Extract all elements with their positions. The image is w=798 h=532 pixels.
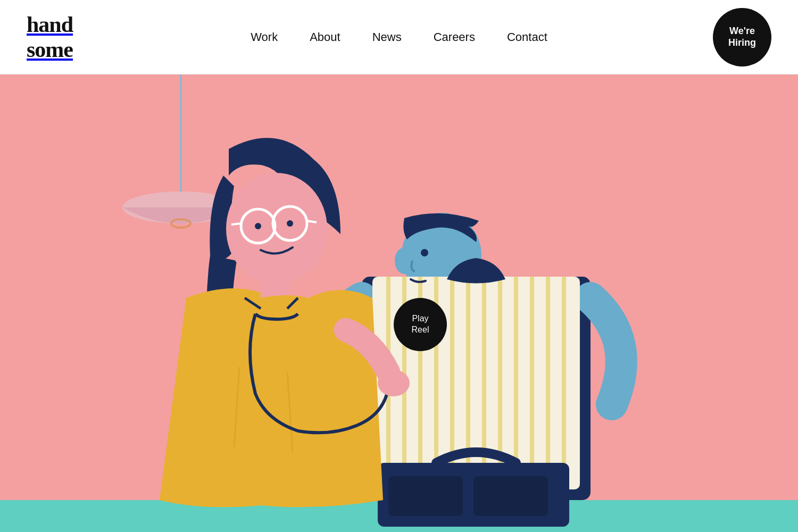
logo-text: handsome (27, 12, 73, 61)
hero-section: PlayReel (0, 74, 798, 532)
svg-rect-22 (388, 476, 463, 516)
svg-line-27 (273, 223, 275, 225)
nav-careers[interactable]: Careers (434, 30, 475, 44)
svg-rect-32 (261, 271, 290, 298)
play-reel-label: PlayReel (412, 313, 429, 336)
svg-line-28 (231, 223, 241, 225)
nav-contact[interactable]: Contact (507, 30, 547, 44)
svg-rect-23 (473, 476, 548, 516)
we-are-hiring-button[interactable]: We'reHiring (713, 8, 771, 66)
we-are-hiring-label: We'reHiring (728, 26, 756, 48)
play-reel-button[interactable]: PlayReel (394, 298, 447, 351)
svg-point-40 (421, 249, 428, 256)
hero-illustration (0, 74, 798, 532)
logo[interactable]: handsome (27, 12, 73, 61)
nav-work[interactable]: Work (251, 30, 278, 44)
site-header: handsome Work About News Careers Contact… (0, 0, 798, 74)
nav-news[interactable]: News (372, 30, 402, 44)
svg-point-31 (287, 220, 293, 227)
svg-point-38 (378, 370, 410, 396)
nav-about[interactable]: About (310, 30, 340, 44)
main-nav: Work About News Careers Contact (251, 30, 547, 44)
svg-point-39 (395, 247, 414, 274)
svg-point-30 (255, 223, 261, 229)
